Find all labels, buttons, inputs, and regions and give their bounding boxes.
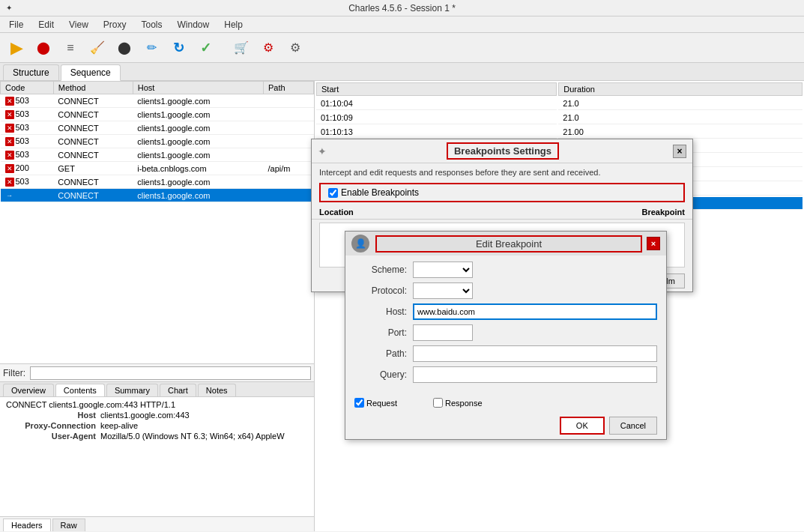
table-row[interactable]: ✕200 GET i-beta.cnblogs.com /api/m — [1, 162, 314, 175]
tab-summary[interactable]: Summary — [106, 384, 158, 396]
menu-proxy[interactable]: Proxy — [97, 18, 133, 31]
toolbar-settings[interactable]: ⚙ — [256, 37, 280, 59]
tab-sequence[interactable]: Sequence — [61, 64, 121, 81]
tab-overview[interactable]: Overview — [3, 384, 54, 396]
col-duration: Duration — [558, 82, 803, 96]
toolbar-record-stop[interactable]: ⬤ — [31, 37, 55, 59]
toolbar-record-start[interactable]: ▶ — [4, 37, 28, 59]
subtab-raw[interactable]: Raw — [52, 519, 85, 531]
request-line-row: CONNECT clients1.google.com:443 HTTP/1.1 — [6, 400, 308, 409]
error-icon: ✕ — [5, 137, 14, 146]
request-checkbox-label[interactable]: Request — [354, 398, 397, 408]
host-row: Host: — [354, 303, 657, 320]
field-host-key: Host — [6, 411, 96, 420]
table-row[interactable]: ✕503 CONNECT clients1.google.com — [1, 148, 314, 162]
host-input[interactable] — [413, 303, 657, 320]
title-bar: ✦ Charles 4.5.6 - Session 1 * — [0, 0, 804, 16]
top-tabs: Structure Sequence — [0, 63, 804, 81]
edit-dialog-btns: OK Cancel — [345, 412, 666, 439]
table-row[interactable]: ✕503 CONNECT clients1.google.com — [1, 94, 314, 108]
enable-breakpoints-checkbox[interactable] — [328, 188, 338, 198]
ok-button[interactable]: OK — [560, 417, 605, 435]
breakpoints-table-header: Location Breakpoint — [312, 205, 692, 220]
protocol-label: Protocol: — [354, 285, 407, 296]
field-user-agent: User-Agent Mozilla/5.0 (Windows NT 6.3; … — [6, 432, 308, 441]
toolbar-broom[interactable]: 🧹 — [85, 37, 109, 59]
toolbar-refresh[interactable]: ↻ — [166, 37, 190, 59]
response-label: Response — [445, 399, 483, 408]
host-label: Host: — [354, 306, 407, 317]
table-row[interactable]: ✕503 CONNECT clients1.google.com — [1, 175, 314, 189]
window-title: Charles 4.5.6 - Session 1 * — [348, 3, 456, 13]
table-container: Code Method Host Path ✕503 CONNECT clien… — [0, 81, 314, 363]
scheme-select[interactable] — [413, 262, 473, 278]
toolbar-throttle[interactable]: ≡ — [58, 37, 82, 59]
tab-structure[interactable]: Structure — [3, 64, 59, 80]
field-user-agent-val: Mozilla/5.0 (Windows NT 6.3; Win64; x64)… — [100, 432, 285, 441]
path-label: Path: — [354, 348, 407, 359]
query-label: Query: — [354, 369, 407, 380]
bottom-subtabs: Headers Raw — [0, 516, 314, 531]
arrow-icon: → — [5, 191, 14, 200]
app-icon: ✦ — [6, 4, 12, 12]
right-table-row: 01:10:0921.0 — [316, 112, 803, 124]
toolbar-gear2[interactable]: ⚙ — [283, 37, 307, 59]
bottom-panel: Overview Contents Summary Chart Notes CO… — [0, 381, 314, 531]
tab-notes[interactable]: Notes — [198, 384, 236, 396]
filter-label: Filter: — [3, 368, 25, 378]
menu-file[interactable]: File — [3, 18, 29, 31]
col-method: Method — [53, 82, 133, 94]
toolbar-checkmark[interactable]: ✓ — [193, 37, 217, 59]
path-input[interactable] — [413, 345, 657, 362]
menu-edit[interactable]: Edit — [32, 18, 60, 31]
query-input[interactable] — [413, 366, 657, 383]
scheme-row: Scheme: — [354, 262, 657, 278]
table-row[interactable]: ✕503 CONNECT clients1.google.com — [1, 135, 314, 148]
protocol-select[interactable] — [413, 282, 473, 299]
enable-breakpoints-row: Enable Breakpoints — [319, 183, 685, 202]
tab-contents[interactable]: Contents — [55, 384, 105, 396]
breakpoints-dialog-title: Breakpoints Settings — [447, 142, 559, 160]
port-row: Port: — [354, 324, 657, 341]
left-panel: Code Method Host Path ✕503 CONNECT clien… — [0, 81, 315, 531]
breakpoints-dialog-close[interactable]: × — [673, 145, 686, 158]
toolbar: ▶ ⬤ ≡ 🧹 ⬤ ✏ ↻ ✓ 🛒 ⚙ ⚙ — [0, 33, 804, 63]
toolbar-cart[interactable]: 🛒 — [229, 37, 253, 59]
subtab-headers[interactable]: Headers — [3, 519, 51, 531]
breakpoints-dialog-titlebar: ✦ Breakpoints Settings × — [312, 139, 692, 163]
breakpoints-dialog-icon: ✦ — [318, 145, 327, 157]
filter-bar: Filter: — [0, 363, 314, 381]
col-path: Path — [264, 82, 314, 94]
edit-form: Scheme: Protocol: Host: Port: Path: Quer… — [345, 256, 666, 393]
tab-chart[interactable]: Chart — [160, 384, 196, 396]
table-row[interactable]: ✕503 CONNECT clients1.google.com — [1, 108, 314, 121]
menu-window[interactable]: Window — [172, 18, 216, 31]
menu-help[interactable]: Help — [218, 18, 249, 31]
error-icon: ✕ — [5, 178, 14, 187]
menu-bar: File Edit View Proxy Tools Window Help — [0, 16, 804, 33]
response-checkbox[interactable] — [433, 398, 443, 408]
port-input[interactable] — [413, 324, 473, 341]
error-icon: ✕ — [5, 110, 14, 119]
edit-breakpoint-dialog[interactable]: 👤 Edit Breakpoint × Scheme: Protocol: Ho… — [345, 231, 667, 440]
scheme-label: Scheme: — [354, 265, 407, 275]
enable-breakpoints-label: Enable Breakpoints — [341, 187, 419, 198]
toolbar-pencil[interactable]: ✏ — [139, 37, 163, 59]
cancel-button[interactable]: Cancel — [609, 417, 657, 435]
table-row[interactable]: ✕503 CONNECT clients1.google.com — [1, 121, 314, 135]
request-checkbox[interactable] — [354, 398, 364, 408]
error-icon: ✕ — [5, 124, 14, 133]
col-code: Code — [1, 82, 54, 94]
edit-dialog-close[interactable]: × — [647, 237, 660, 250]
protocol-row: Protocol: — [354, 282, 657, 299]
menu-tools[interactable]: Tools — [136, 18, 169, 31]
requests-table: Code Method Host Path ✕503 CONNECT clien… — [0, 81, 314, 202]
filter-input[interactable] — [30, 366, 311, 380]
response-checkbox-label[interactable]: Response — [433, 398, 483, 408]
edit-dialog-titlebar: 👤 Edit Breakpoint × — [345, 232, 666, 256]
edit-dialog-icon: 👤 — [351, 235, 369, 253]
toolbar-circle[interactable]: ⬤ — [112, 37, 136, 59]
menu-view[interactable]: View — [63, 18, 94, 31]
table-row-selected[interactable]: → CONNECT clients1.google.com — [1, 189, 314, 202]
edit-dialog-title: Edit Breakpoint — [375, 235, 642, 253]
